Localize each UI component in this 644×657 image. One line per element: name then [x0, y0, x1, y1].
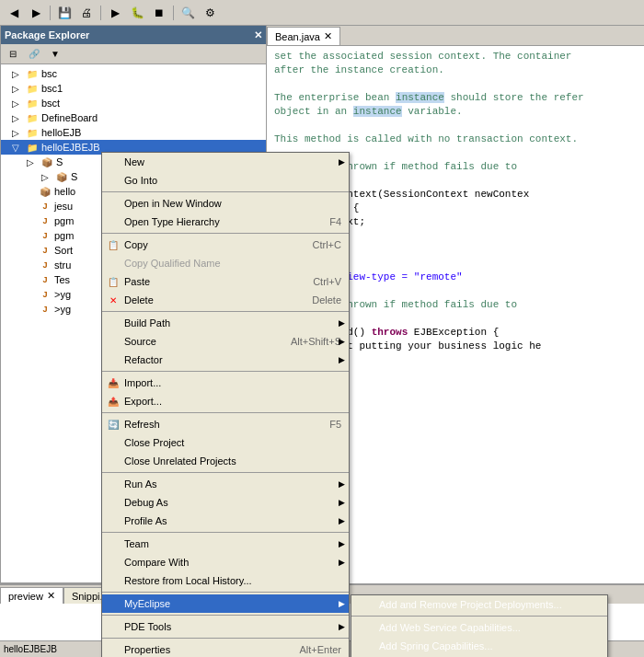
submenu-arrow: ▶ — [339, 355, 345, 364]
expand-icon: ▽ — [8, 140, 23, 155]
menu-separator-6 — [102, 472, 349, 473]
submenu-label: Add and Remove Project Deployments... — [379, 599, 562, 610]
forward-button[interactable]: ▶ — [26, 3, 46, 23]
menu-label: Import... — [124, 377, 161, 388]
src-icon: 📦 — [40, 155, 54, 169]
submenu-arrow: ▶ — [339, 539, 345, 548]
menu-item-import[interactable]: 📥 Import... — [102, 374, 349, 392]
menu-item-compare-with[interactable]: Compare With ▶ — [102, 553, 349, 571]
menu-item-restore-local[interactable]: Restore from Local History... — [102, 571, 349, 590]
code-line-4: The enterprise bean instance should stor… — [274, 91, 637, 105]
menu-label: Close Project — [124, 437, 184, 448]
import-icon: 📥 — [106, 375, 121, 390]
expand-icon: ▷ — [23, 155, 38, 169]
submenu-item-add-web-service[interactable]: Add Web Service Capabilities... — [351, 618, 607, 637]
menu-item-myeclipse[interactable]: MyEclipse ▶ Add and Remove Project Deplo… — [102, 594, 349, 613]
expand-icon: ▷ — [8, 125, 23, 140]
menu-label: Copy Qualified Name — [124, 258, 221, 269]
editor-tab-label: Bean.java — [275, 31, 320, 42]
tree-item-defineboard[interactable]: ▷ 📁 DefineBoard — [1, 110, 266, 125]
context-menu: New ▶ Go Into Open in New Window Open Ty… — [101, 152, 350, 657]
menu-item-copy[interactable]: 📋 Copy Ctrl+C — [102, 236, 349, 254]
expand-icon: ▷ — [8, 96, 23, 110]
tree-label: bsct — [41, 98, 60, 109]
back-button[interactable]: ◀ — [4, 3, 24, 23]
menu-item-close-project[interactable]: Close Project — [102, 433, 349, 452]
menu-separator-1 — [102, 191, 349, 192]
menu-separator-8 — [102, 592, 349, 593]
collapse-all-button[interactable]: ⊟ — [3, 44, 23, 64]
menu-item-refactor[interactable]: Refactor ▶ — [102, 351, 349, 369]
menu-item-close-unrelated[interactable]: Close Unrelated Projects — [102, 452, 349, 470]
search-button[interactable]: 🔍 — [178, 3, 198, 23]
expand-icon: ▷ — [8, 110, 23, 125]
debug-button[interactable]: 🐛 — [127, 3, 147, 23]
menu-label: MyEclipse — [124, 598, 170, 609]
menu-item-refresh[interactable]: 🔄 Refresh F5 — [102, 415, 349, 433]
tree-item-bsc1[interactable]: ▷ 📁 bsc1 — [1, 81, 266, 96]
tree-item-bsc[interactable]: ▷ 📁 bsc — [1, 66, 266, 81]
link-with-editor-button[interactable]: 🔗 — [24, 44, 44, 64]
expand-icon: ▷ — [8, 66, 23, 81]
menu-label: Close Unrelated Projects — [124, 455, 236, 467]
bottom-tab-close-preview[interactable]: ✕ — [47, 590, 55, 602]
menu-item-build-path[interactable]: Build Path ▶ — [102, 314, 349, 332]
tree-item-bsct[interactable]: ▷ 📁 bsct — [1, 96, 266, 110]
package-icon: 📦 — [38, 184, 52, 199]
tree-item-helloejb[interactable]: ▷ 📁 helloEJB — [1, 125, 266, 140]
submenu-arrow: ▶ — [339, 479, 345, 489]
menu-item-new[interactable]: New ▶ — [102, 153, 349, 171]
submenu-item-add-spring[interactable]: Add Spring Capabilities... — [351, 637, 607, 655]
java-icon: J — [38, 213, 52, 228]
menu-item-go-into[interactable]: Go Into — [102, 171, 349, 190]
java-icon: J — [38, 199, 52, 213]
menu-item-properties[interactable]: Properties Alt+Enter — [102, 640, 349, 657]
save-button[interactable]: 💾 — [54, 3, 75, 23]
panel-title-bar: Package Explorer ✕ — [1, 26, 266, 44]
myeclipse-submenu: Add and Remove Project Deployments... Ad… — [351, 594, 608, 657]
editor-tab-close[interactable]: ✕ — [324, 30, 332, 42]
menu-item-pde-tools[interactable]: PDE Tools ▶ — [102, 617, 349, 636]
submenu-arrow: ▶ — [339, 337, 345, 346]
tree-label: >yg — [54, 304, 71, 315]
tree-label: bsc1 — [41, 83, 63, 94]
menu-separator-7 — [102, 532, 349, 533]
menu-item-open-type-hierarchy[interactable]: Open Type Hierarchy F4 — [102, 213, 349, 231]
toolbar-separator-2 — [100, 6, 101, 20]
menu-item-debug-as[interactable]: Debug As ▶ — [102, 493, 349, 512]
menu-label: Run As — [124, 478, 156, 490]
bottom-tab-preview[interactable]: preview ✕ — [0, 587, 63, 604]
menu-label: Delete — [124, 294, 154, 305]
menu-item-paste[interactable]: 📋 Paste Ctrl+V — [102, 272, 349, 291]
panel-close-button[interactable]: ✕ — [254, 29, 262, 41]
tree-label: Tes — [54, 274, 70, 285]
print-button[interactable]: 🖨 — [76, 3, 97, 23]
settings-button[interactable]: ⚙ — [200, 3, 220, 23]
editor-tab-bean[interactable]: Bean.java ✕ — [267, 27, 340, 45]
view-menu-button[interactable]: ▼ — [45, 44, 65, 64]
java-icon: J — [38, 302, 52, 317]
submenu-item-add-remove-deployments[interactable]: Add and Remove Project Deployments... — [351, 595, 607, 614]
menu-shortcut: Ctrl+V — [294, 276, 341, 287]
submenu-label: Add Spring Capabilities... — [379, 640, 493, 651]
menu-item-delete[interactable]: ✕ Delete Delete — [102, 291, 349, 309]
menu-item-export[interactable]: 📤 Export... — [102, 392, 349, 410]
menu-label: Go Into — [124, 175, 157, 186]
menu-shortcut: Delete — [293, 294, 341, 305]
stop-button[interactable]: ⏹ — [149, 3, 169, 23]
run-button[interactable]: ▶ — [105, 3, 125, 23]
menu-label: Profile As — [124, 515, 167, 526]
menu-item-open-new-window[interactable]: Open in New Window — [102, 194, 349, 213]
expand-icon: ▷ — [8, 81, 23, 96]
menu-shortcut: Ctrl+C — [294, 239, 341, 250]
menu-separator-3 — [102, 311, 349, 312]
export-icon: 📤 — [106, 394, 121, 409]
menu-item-source[interactable]: Source Alt+Shift+S ▶ — [102, 332, 349, 351]
menu-label: Build Path — [124, 317, 170, 328]
menu-label: Copy — [124, 239, 148, 250]
menu-item-profile-as[interactable]: Profile As ▶ — [102, 512, 349, 530]
folder-icon: 📁 — [25, 66, 40, 81]
menu-item-run-as[interactable]: Run As ▶ — [102, 475, 349, 493]
menu-item-team[interactable]: Team ▶ — [102, 535, 349, 553]
menu-label: Compare With — [124, 557, 189, 568]
